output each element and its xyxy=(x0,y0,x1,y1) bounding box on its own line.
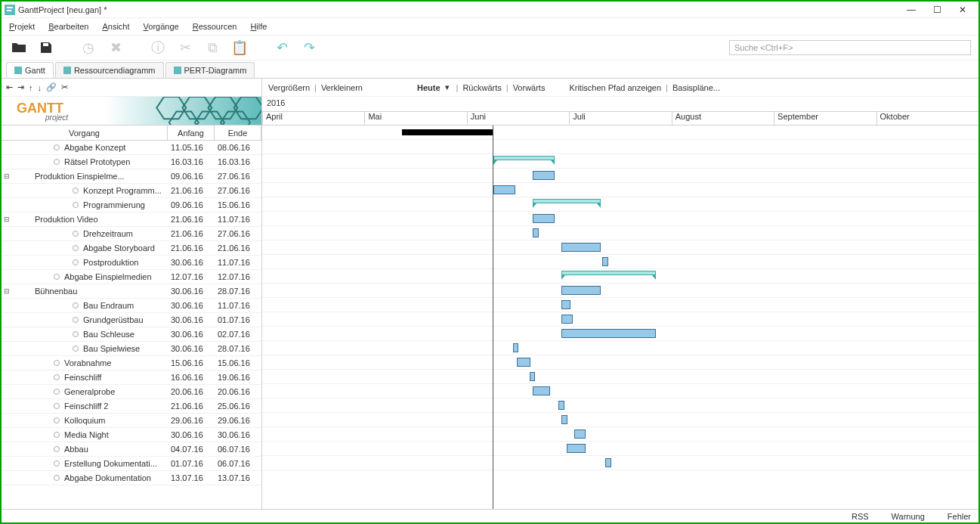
col-name[interactable]: Vorgang xyxy=(2,126,168,140)
task-row[interactable]: Abgabe Dokumentation13.07.1613.07.16 xyxy=(2,471,261,485)
task-row[interactable]: Feinschliff16.06.1619.06.16 xyxy=(2,371,261,385)
col-start[interactable]: Anfang xyxy=(168,126,215,140)
gantt-row[interactable] xyxy=(262,226,978,240)
gantt-bar[interactable] xyxy=(493,185,515,194)
paste-icon[interactable]: 📋 xyxy=(230,38,249,57)
zoom-out[interactable]: Verkleinern xyxy=(321,83,363,92)
gantt-bar[interactable] xyxy=(513,343,519,352)
save-icon[interactable] xyxy=(36,38,56,57)
baselines[interactable]: Basispläne... xyxy=(672,83,720,92)
gantt-bar[interactable] xyxy=(602,257,608,266)
today-button[interactable]: Heute xyxy=(417,83,441,92)
indent-icon[interactable]: ⇥ xyxy=(17,82,24,92)
gantt-bar[interactable] xyxy=(567,444,586,453)
gantt-bar[interactable] xyxy=(561,315,573,324)
task-row[interactable]: Vorabnahme15.06.1615.06.16 xyxy=(2,356,261,371)
menu-vorgänge[interactable]: Vorgänge xyxy=(141,20,182,33)
unlink-icon[interactable]: ✂ xyxy=(61,82,68,92)
menu-bearbeiten[interactable]: Bearbeiten xyxy=(45,20,91,33)
gantt-bar[interactable] xyxy=(533,199,601,203)
gantt-row[interactable] xyxy=(262,212,978,226)
expand-icon[interactable]: ⊟ xyxy=(2,172,12,180)
gantt-body[interactable] xyxy=(262,126,978,509)
task-row[interactable]: Postproduktion30.06.1611.07.16 xyxy=(2,256,261,270)
task-row[interactable]: Kolloquium29.06.1629.06.16 xyxy=(2,414,261,428)
gantt-row[interactable] xyxy=(262,126,978,140)
gantt-row[interactable] xyxy=(262,140,978,154)
gantt-bar[interactable] xyxy=(574,429,586,439)
gantt-bar[interactable] xyxy=(561,415,567,424)
gantt-bar[interactable] xyxy=(558,401,564,410)
task-row[interactable]: Konzept Programm...21.06.1627.06.16 xyxy=(2,184,261,198)
movedown-icon[interactable]: ↓ xyxy=(38,83,42,92)
gantt-bar[interactable] xyxy=(561,300,570,309)
task-row[interactable]: Abgabe Storyboard21.06.1621.06.16 xyxy=(2,241,261,256)
scroll-forward[interactable]: Vorwärts xyxy=(513,83,546,92)
maximize-button[interactable]: ☐ xyxy=(924,3,950,17)
redo-icon[interactable]: ↷ xyxy=(299,38,319,57)
tab-pert-diagramm[interactable]: PERT-Diagramm xyxy=(165,62,255,78)
gantt-row[interactable] xyxy=(262,312,978,327)
task-row[interactable]: Programmierung09.06.1615.06.16 xyxy=(2,198,261,212)
gantt-bar[interactable] xyxy=(533,386,550,395)
col-end[interactable]: Ende xyxy=(215,126,261,140)
tab-gantt[interactable]: Gantt xyxy=(6,62,54,78)
gantt-bar[interactable] xyxy=(493,156,555,160)
gantt-row[interactable] xyxy=(262,427,978,442)
task-row[interactable]: Rätsel Prototypen16.03.1616.03.16 xyxy=(2,155,261,169)
task-row[interactable]: Grundgerüstbau30.06.1601.07.16 xyxy=(2,313,261,327)
scroll-back[interactable]: Rückwärts xyxy=(462,83,501,92)
gantt-row[interactable] xyxy=(262,154,978,169)
dropdown-icon[interactable]: ▾ xyxy=(445,82,450,92)
task-row[interactable]: Erstellung Dokumentati...01.07.1606.07.1… xyxy=(2,457,261,471)
expand-icon[interactable]: ⊟ xyxy=(2,215,12,223)
gantt-bar[interactable] xyxy=(561,329,656,338)
open-icon[interactable] xyxy=(9,38,29,57)
gantt-row[interactable] xyxy=(262,413,978,427)
gantt-row[interactable] xyxy=(262,169,978,183)
task-row[interactable]: Bau Endraum30.06.1611.07.16 xyxy=(2,299,261,313)
gantt-row[interactable] xyxy=(262,284,978,298)
close-button[interactable]: ✕ xyxy=(950,3,975,17)
task-row[interactable]: Abbau04.07.1606.07.16 xyxy=(2,442,261,457)
menu-ansicht[interactable]: Ansicht xyxy=(99,20,132,33)
menu-ressourcen[interactable]: Ressourcen xyxy=(190,20,240,33)
task-row[interactable]: ⊟Produktion Einspielme...09.06.1627.06.1… xyxy=(2,169,261,184)
gantt-row[interactable] xyxy=(262,370,978,384)
zoom-in[interactable]: Vergrößern xyxy=(268,83,310,92)
status-warning[interactable]: Warnung xyxy=(892,512,925,521)
undo-icon[interactable]: ↶ xyxy=(272,38,292,57)
gantt-row[interactable] xyxy=(262,197,978,212)
task-row[interactable]: Bau Schleuse30.06.1602.07.16 xyxy=(2,327,261,342)
task-row[interactable]: Media Night30.06.1630.06.16 xyxy=(2,428,261,442)
menu-projekt[interactable]: Projekt xyxy=(6,20,38,33)
gantt-row[interactable] xyxy=(262,384,978,398)
gantt-row[interactable] xyxy=(262,355,978,370)
gantt-bar[interactable] xyxy=(402,129,493,135)
task-row[interactable]: Bau Spielwiese30.06.1628.07.16 xyxy=(2,342,261,356)
expand-icon[interactable]: ⊟ xyxy=(2,287,12,295)
task-row[interactable]: Feinschliff 221.06.1625.06.16 xyxy=(2,399,261,414)
search-input[interactable]: Suche <Ctrl+F> xyxy=(729,40,971,55)
link-icon[interactable]: 🔗 xyxy=(46,82,57,92)
gantt-bar[interactable] xyxy=(561,243,601,252)
outdent-icon[interactable]: ⇤ xyxy=(6,82,13,92)
gantt-bar[interactable] xyxy=(533,171,554,180)
minimize-button[interactable]: — xyxy=(898,3,924,17)
gantt-bar[interactable] xyxy=(561,271,656,275)
gantt-row[interactable] xyxy=(262,398,978,413)
status-rss[interactable]: RSS xyxy=(852,512,869,521)
moveup-icon[interactable]: ↑ xyxy=(29,83,33,92)
task-row[interactable]: Abgabe Einspielmedien12.07.1612.07.16 xyxy=(2,270,261,284)
gantt-row[interactable] xyxy=(262,255,978,269)
task-row[interactable]: Abgabe Konzept11.05.1608.06.16 xyxy=(2,141,261,155)
task-row[interactable]: ⊟Bühnenbau30.06.1628.07.16 xyxy=(2,284,261,299)
gantt-bar[interactable] xyxy=(517,358,531,367)
gantt-row[interactable] xyxy=(262,327,978,341)
menu-hilfe[interactable]: Hilfe xyxy=(247,20,270,33)
gantt-bar[interactable] xyxy=(605,458,611,467)
status-error[interactable]: Fehler xyxy=(948,512,971,521)
gantt-row[interactable] xyxy=(262,269,978,284)
gantt-row[interactable] xyxy=(262,442,978,456)
gantt-row[interactable] xyxy=(262,456,978,470)
